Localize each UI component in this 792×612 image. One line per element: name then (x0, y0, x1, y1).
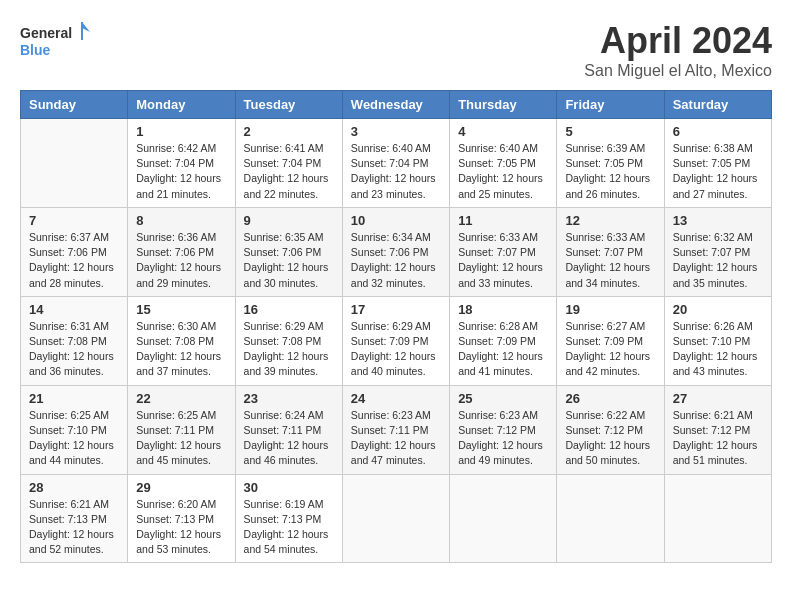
day-info: Sunrise: 6:32 AM Sunset: 7:07 PM Dayligh… (673, 230, 763, 291)
day-info: Sunrise: 6:38 AM Sunset: 7:05 PM Dayligh… (673, 141, 763, 202)
calendar-cell: 5Sunrise: 6:39 AM Sunset: 7:05 PM Daylig… (557, 119, 664, 208)
calendar-cell: 20Sunrise: 6:26 AM Sunset: 7:10 PM Dayli… (664, 296, 771, 385)
header-cell-thursday: Thursday (450, 91, 557, 119)
calendar-cell: 25Sunrise: 6:23 AM Sunset: 7:12 PM Dayli… (450, 385, 557, 474)
svg-marker-2 (82, 22, 90, 32)
day-number: 28 (29, 480, 119, 495)
logo: General Blue (20, 20, 90, 65)
day-number: 3 (351, 124, 441, 139)
day-info: Sunrise: 6:23 AM Sunset: 7:11 PM Dayligh… (351, 408, 441, 469)
calendar-cell: 8Sunrise: 6:36 AM Sunset: 7:06 PM Daylig… (128, 207, 235, 296)
day-info: Sunrise: 6:29 AM Sunset: 7:08 PM Dayligh… (244, 319, 334, 380)
calendar-cell: 10Sunrise: 6:34 AM Sunset: 7:06 PM Dayli… (342, 207, 449, 296)
day-info: Sunrise: 6:33 AM Sunset: 7:07 PM Dayligh… (458, 230, 548, 291)
day-info: Sunrise: 6:35 AM Sunset: 7:06 PM Dayligh… (244, 230, 334, 291)
calendar-week-row: 21Sunrise: 6:25 AM Sunset: 7:10 PM Dayli… (21, 385, 772, 474)
day-number: 6 (673, 124, 763, 139)
day-info: Sunrise: 6:40 AM Sunset: 7:04 PM Dayligh… (351, 141, 441, 202)
calendar-week-row: 7Sunrise: 6:37 AM Sunset: 7:06 PM Daylig… (21, 207, 772, 296)
day-number: 2 (244, 124, 334, 139)
calendar-table: SundayMondayTuesdayWednesdayThursdayFrid… (20, 90, 772, 563)
location-subtitle: San Miguel el Alto, Mexico (584, 62, 772, 80)
day-info: Sunrise: 6:22 AM Sunset: 7:12 PM Dayligh… (565, 408, 655, 469)
calendar-cell: 1Sunrise: 6:42 AM Sunset: 7:04 PM Daylig… (128, 119, 235, 208)
day-info: Sunrise: 6:39 AM Sunset: 7:05 PM Dayligh… (565, 141, 655, 202)
day-info: Sunrise: 6:27 AM Sunset: 7:09 PM Dayligh… (565, 319, 655, 380)
calendar-cell: 13Sunrise: 6:32 AM Sunset: 7:07 PM Dayli… (664, 207, 771, 296)
day-number: 24 (351, 391, 441, 406)
day-number: 17 (351, 302, 441, 317)
day-info: Sunrise: 6:36 AM Sunset: 7:06 PM Dayligh… (136, 230, 226, 291)
day-number: 9 (244, 213, 334, 228)
page-header: General Blue April 2024 San Miguel el Al… (20, 20, 772, 80)
calendar-cell: 12Sunrise: 6:33 AM Sunset: 7:07 PM Dayli… (557, 207, 664, 296)
header-cell-saturday: Saturday (664, 91, 771, 119)
calendar-header-row: SundayMondayTuesdayWednesdayThursdayFrid… (21, 91, 772, 119)
day-number: 27 (673, 391, 763, 406)
calendar-cell: 21Sunrise: 6:25 AM Sunset: 7:10 PM Dayli… (21, 385, 128, 474)
day-info: Sunrise: 6:26 AM Sunset: 7:10 PM Dayligh… (673, 319, 763, 380)
day-number: 18 (458, 302, 548, 317)
header-cell-wednesday: Wednesday (342, 91, 449, 119)
calendar-cell: 3Sunrise: 6:40 AM Sunset: 7:04 PM Daylig… (342, 119, 449, 208)
calendar-cell: 23Sunrise: 6:24 AM Sunset: 7:11 PM Dayli… (235, 385, 342, 474)
day-number: 15 (136, 302, 226, 317)
day-number: 7 (29, 213, 119, 228)
calendar-cell: 7Sunrise: 6:37 AM Sunset: 7:06 PM Daylig… (21, 207, 128, 296)
day-number: 25 (458, 391, 548, 406)
day-number: 19 (565, 302, 655, 317)
calendar-cell: 27Sunrise: 6:21 AM Sunset: 7:12 PM Dayli… (664, 385, 771, 474)
day-info: Sunrise: 6:23 AM Sunset: 7:12 PM Dayligh… (458, 408, 548, 469)
calendar-cell: 9Sunrise: 6:35 AM Sunset: 7:06 PM Daylig… (235, 207, 342, 296)
svg-text:General: General (20, 25, 72, 41)
calendar-cell: 11Sunrise: 6:33 AM Sunset: 7:07 PM Dayli… (450, 207, 557, 296)
calendar-cell: 17Sunrise: 6:29 AM Sunset: 7:09 PM Dayli… (342, 296, 449, 385)
day-number: 29 (136, 480, 226, 495)
day-number: 11 (458, 213, 548, 228)
day-number: 5 (565, 124, 655, 139)
day-number: 20 (673, 302, 763, 317)
day-number: 22 (136, 391, 226, 406)
calendar-cell: 15Sunrise: 6:30 AM Sunset: 7:08 PM Dayli… (128, 296, 235, 385)
calendar-cell (21, 119, 128, 208)
calendar-cell: 14Sunrise: 6:31 AM Sunset: 7:08 PM Dayli… (21, 296, 128, 385)
day-info: Sunrise: 6:41 AM Sunset: 7:04 PM Dayligh… (244, 141, 334, 202)
calendar-cell: 29Sunrise: 6:20 AM Sunset: 7:13 PM Dayli… (128, 474, 235, 563)
title-block: April 2024 San Miguel el Alto, Mexico (584, 20, 772, 80)
day-info: Sunrise: 6:42 AM Sunset: 7:04 PM Dayligh… (136, 141, 226, 202)
calendar-cell: 30Sunrise: 6:19 AM Sunset: 7:13 PM Dayli… (235, 474, 342, 563)
logo-svg: General Blue (20, 20, 90, 65)
calendar-cell (342, 474, 449, 563)
header-cell-sunday: Sunday (21, 91, 128, 119)
calendar-cell (557, 474, 664, 563)
day-number: 14 (29, 302, 119, 317)
day-info: Sunrise: 6:34 AM Sunset: 7:06 PM Dayligh… (351, 230, 441, 291)
calendar-week-row: 1Sunrise: 6:42 AM Sunset: 7:04 PM Daylig… (21, 119, 772, 208)
day-info: Sunrise: 6:25 AM Sunset: 7:10 PM Dayligh… (29, 408, 119, 469)
day-number: 30 (244, 480, 334, 495)
calendar-week-row: 14Sunrise: 6:31 AM Sunset: 7:08 PM Dayli… (21, 296, 772, 385)
day-number: 23 (244, 391, 334, 406)
calendar-cell (664, 474, 771, 563)
day-number: 10 (351, 213, 441, 228)
header-cell-monday: Monday (128, 91, 235, 119)
calendar-cell: 2Sunrise: 6:41 AM Sunset: 7:04 PM Daylig… (235, 119, 342, 208)
day-info: Sunrise: 6:40 AM Sunset: 7:05 PM Dayligh… (458, 141, 548, 202)
day-number: 21 (29, 391, 119, 406)
day-info: Sunrise: 6:33 AM Sunset: 7:07 PM Dayligh… (565, 230, 655, 291)
day-info: Sunrise: 6:21 AM Sunset: 7:12 PM Dayligh… (673, 408, 763, 469)
calendar-cell: 26Sunrise: 6:22 AM Sunset: 7:12 PM Dayli… (557, 385, 664, 474)
calendar-cell: 22Sunrise: 6:25 AM Sunset: 7:11 PM Dayli… (128, 385, 235, 474)
day-info: Sunrise: 6:21 AM Sunset: 7:13 PM Dayligh… (29, 497, 119, 558)
day-info: Sunrise: 6:19 AM Sunset: 7:13 PM Dayligh… (244, 497, 334, 558)
day-info: Sunrise: 6:20 AM Sunset: 7:13 PM Dayligh… (136, 497, 226, 558)
calendar-cell: 19Sunrise: 6:27 AM Sunset: 7:09 PM Dayli… (557, 296, 664, 385)
calendar-cell: 18Sunrise: 6:28 AM Sunset: 7:09 PM Dayli… (450, 296, 557, 385)
day-number: 16 (244, 302, 334, 317)
day-number: 26 (565, 391, 655, 406)
day-number: 12 (565, 213, 655, 228)
day-number: 4 (458, 124, 548, 139)
calendar-week-row: 28Sunrise: 6:21 AM Sunset: 7:13 PM Dayli… (21, 474, 772, 563)
day-number: 13 (673, 213, 763, 228)
calendar-cell (450, 474, 557, 563)
